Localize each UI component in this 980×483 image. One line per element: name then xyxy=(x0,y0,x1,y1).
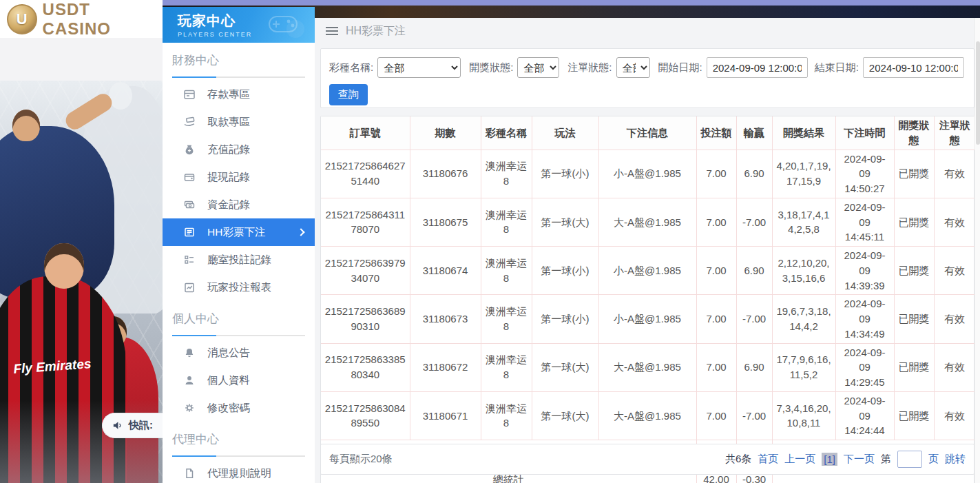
cell-result: 19,6,7,3,18,14,4,2 xyxy=(772,295,835,343)
sidebar-item-label: 取款專區 xyxy=(207,115,250,130)
first-page-link[interactable]: 首页 xyxy=(758,453,778,466)
lottery-list-icon xyxy=(183,226,196,238)
cell-lottery: 澳洲幸运8 xyxy=(481,150,532,198)
pager: 共6条 首页 上一页 [1] 下一页 第 页 跳转 xyxy=(725,451,966,468)
cell-play: 第一球(大) xyxy=(532,391,598,440)
total-count-text: 共6条 xyxy=(725,453,751,466)
cell-period: 31180675 xyxy=(410,198,481,246)
section-personal-center: 個人中心 xyxy=(163,301,315,331)
checklist-icon xyxy=(183,254,196,266)
cell-order-status: 有效 xyxy=(934,343,975,391)
cell-time: 2024-09-09 14:45:11 xyxy=(835,198,894,246)
table-row: 2152172586431178070 31180675 澳洲幸运8 第一球(大… xyxy=(321,198,975,246)
cell-lottery: 澳洲幸运8 xyxy=(481,198,532,246)
pagination-bar: 每頁顯示20條 共6条 首页 上一页 [1] 下一页 第 页 跳转 xyxy=(320,444,974,475)
prev-page-link[interactable]: 上一页 xyxy=(784,453,815,466)
hand-money-icon xyxy=(183,116,196,128)
breadcrumb-bar: HH彩票下注 xyxy=(315,18,980,44)
order-status-label: 注單狀態: xyxy=(567,61,612,74)
brand-logo[interactable]: U USDT CASINO xyxy=(0,0,163,38)
sidebar-item-profile[interactable]: 個人資料 xyxy=(163,367,315,394)
col-header-order-no: 訂單號 xyxy=(321,116,410,150)
sidebar-item-room-bet-records[interactable]: 廳室投註記錄 xyxy=(163,246,315,274)
lottery-name-select[interactable]: 全部 xyxy=(377,57,461,78)
cell-time: 2024-09-09 14:29:45 xyxy=(835,343,894,391)
scrollbar-thumb[interactable] xyxy=(976,41,980,145)
menu-toggle-icon[interactable] xyxy=(326,27,338,35)
cell-play: 第一球(大) xyxy=(532,198,598,246)
cell-winloss: 6.90 xyxy=(736,150,772,198)
next-page-link[interactable]: 下一页 xyxy=(844,453,875,466)
cell-lottery: 澳洲幸运8 xyxy=(481,247,532,295)
section-underline xyxy=(172,455,305,457)
sidebar-item-player-bet-report[interactable]: 玩家投注報表 xyxy=(163,274,315,301)
sidebar-item-hh-lottery-bets[interactable]: HH彩票下注 xyxy=(163,218,315,246)
cell-time: 2024-09-09 14:34:49 xyxy=(835,295,894,343)
cell-time: 2024-09-09 14:39:39 xyxy=(835,247,894,295)
cell-draw-status: 已開獎 xyxy=(894,198,934,246)
jump-go-link[interactable]: 跳转 xyxy=(945,453,966,466)
cell-amount: 7.00 xyxy=(696,150,736,198)
col-header-amount: 投注額 xyxy=(696,116,736,150)
lottery-name-label: 彩種名稱: xyxy=(329,61,373,74)
speaker-icon xyxy=(112,420,123,431)
cell-winloss: -7.00 xyxy=(736,391,772,440)
sidebar-item-withdraw-area[interactable]: 取款專區 xyxy=(163,108,315,136)
cell-play: 第一球(大) xyxy=(532,343,598,391)
cell-bet-info: 大-A盤@1.985 xyxy=(598,198,696,246)
sidebar-item-announcements[interactable]: 消息公告 xyxy=(163,339,315,367)
page-jump-input[interactable] xyxy=(897,451,922,468)
sidebar-item-label: 個人資料 xyxy=(207,373,250,388)
cell-period: 31180673 xyxy=(410,295,481,343)
cell-draw-status: 已開獎 xyxy=(894,391,934,440)
cell-bet-info: 小-A盤@1.985 xyxy=(598,150,696,198)
cell-amount: 7.00 xyxy=(696,343,736,391)
cell-period: 31180676 xyxy=(410,150,481,198)
cell-order-status: 有效 xyxy=(934,150,975,198)
sidebar-item-label: 充值記錄 xyxy=(207,143,250,157)
sidebar-item-deposit[interactable]: 存款專區 xyxy=(163,81,315,108)
sidebar-item-label: 提現記錄 xyxy=(207,170,250,185)
cell-time: 2024-09-09 14:50:27 xyxy=(835,150,894,198)
bets-table-panel: 訂單號 期數 彩種名稱 玩法 下注信息 投注額 輸贏 開獎結果 下注時間 開獎狀… xyxy=(320,116,974,483)
cell-order-no: 2152172586308489550 xyxy=(321,391,410,440)
sidebar: 玩家中心 PLAYERS CENTER 財務中心 存款專區 取款專區 充值記錄 xyxy=(163,7,315,483)
page: U USDT CASINO Fly Emirates 快訊: xyxy=(0,0,980,483)
cell-draw-status: 已開獎 xyxy=(894,247,934,295)
table-row: 2152172586462751440 31180676 澳洲幸运8 第一球(小… xyxy=(321,150,975,198)
cell-order-no: 2152172586338580340 xyxy=(321,343,410,391)
sidebar-item-withdrawal-records[interactable]: 提現記錄 xyxy=(163,163,315,191)
cell-lottery: 澳洲幸运8 xyxy=(481,343,532,391)
cell-result: 7,3,4,16,20,10,8,11 xyxy=(772,391,835,440)
draw-status-select[interactable]: 全部 xyxy=(517,57,559,78)
col-header-period: 期數 xyxy=(410,116,481,150)
sidebar-item-fund-records[interactable]: 資金記錄 xyxy=(163,191,315,218)
document-icon xyxy=(183,467,196,480)
cell-winloss: 6.90 xyxy=(736,247,772,295)
cell-order-no: 2152172586397934070 xyxy=(321,247,410,295)
sidebar-item-change-password[interactable]: 修改密碼 xyxy=(163,394,315,422)
cell-draw-status: 已開獎 xyxy=(894,295,934,343)
end-date-input[interactable] xyxy=(863,57,964,78)
sidebar-header: 玩家中心 PLAYERS CENTER xyxy=(163,7,315,43)
news-ticker[interactable]: 快訊: xyxy=(102,413,163,438)
order-status-select[interactable]: 全部 xyxy=(616,57,650,78)
top-banner-strip xyxy=(163,0,980,6)
cell-amount: 7.00 xyxy=(696,247,736,295)
report-chart-icon xyxy=(183,281,196,294)
cell-order-status: 有效 xyxy=(934,391,975,440)
section-agent-center: 代理中心 xyxy=(163,422,315,451)
table-row: 2152172586368990310 31180673 澳洲幸运8 第一球(小… xyxy=(321,295,975,343)
search-button[interactable]: 查詢 xyxy=(329,84,368,105)
wallet-icon xyxy=(183,171,196,183)
col-header-lottery: 彩種名稱 xyxy=(481,116,532,150)
start-date-input[interactable] xyxy=(707,57,808,78)
sidebar-item-recharge-records[interactable]: 充值記錄 xyxy=(163,136,315,163)
sidebar-item-agent-rules[interactable]: 代理規則說明 xyxy=(163,460,315,483)
vertical-scrollbar[interactable] xyxy=(974,18,980,483)
cell-amount: 7.00 xyxy=(696,391,736,440)
left-panel: U USDT CASINO Fly Emirates 快訊: xyxy=(0,0,163,483)
page-title: HH彩票下注 xyxy=(346,24,406,39)
col-header-time: 下注時間 xyxy=(835,116,894,150)
cell-order-no: 2152172586462751440 xyxy=(321,150,410,198)
